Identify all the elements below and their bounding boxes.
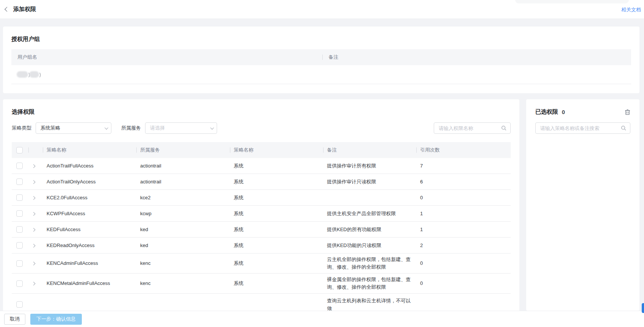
clear-selection-button[interactable] [625,109,630,115]
permission-search-input[interactable] [439,125,501,131]
row-checkbox-cell [12,208,28,219]
policy-ref-count: 0 [416,277,511,289]
policy-name: KEDReadOnlyAccess [43,239,136,252]
expand-chevron-icon[interactable] [32,244,36,247]
row-checkbox-cell [12,299,28,310]
floating-widget-sliver[interactable] [642,303,644,313]
redacted-user-group-name [29,71,39,78]
policy-service: actiontrail [136,176,230,188]
policy-remark: 云主机全部的操作权限，包括新建、查询、修改、操作的全部权限 [323,253,416,273]
expand-chevron-icon[interactable] [32,196,36,200]
topbar-ghost-shape [515,0,629,3]
user-group-section-title: 授权用户组 [11,36,631,43]
policy-table-body: ActionTrailFullAccess actiontrail 系统 提供操… [12,158,511,294]
policy-service: kenc [136,277,230,289]
service-placeholder: 请选择 [150,125,210,131]
policy-type: 系统 [230,257,323,269]
expand-cell [28,192,43,204]
policy-ref-count: 1 [416,208,511,220]
policy-remark: 提供操作审计所有权限 [323,160,416,172]
policy-type: 系统 [230,192,323,204]
policy-type: 系统 [230,239,323,252]
expand-chevron-icon[interactable] [32,262,36,266]
row-checkbox[interactable] [16,163,23,169]
expand-cell [28,176,43,188]
selected-panel-title: 已选权限 [535,108,558,116]
policy-service: kcwp [136,208,230,220]
select-all-cell [12,142,28,158]
table-row: KENCAdminFullAccess kenc 系统 云主机全部的操作权限，包… [12,253,511,274]
service-select[interactable]: 请选择 [145,122,217,134]
row-checkbox[interactable] [16,194,23,201]
trash-icon [625,109,630,115]
policy-ref-count: 0 [416,192,511,204]
selected-search-input[interactable] [540,125,621,131]
row-checkbox-cell [12,176,28,187]
policy-ref-count: 7 [416,160,511,172]
policy-name: KENCAdminFullAccess [43,257,136,269]
row-checkbox-cell [12,278,28,289]
expand-chevron-icon[interactable] [32,164,36,168]
table-row: KCWPFullAccess kcwp 系统 提供主机安全产品全部管理权限 1 [12,206,511,222]
policy-service: ked [136,224,230,236]
select-all-checkbox[interactable] [16,147,23,153]
table-row: KCE2.0FullAccess kce2 系统 0 [12,190,511,206]
policy-remark: 裸金属全部的操作权限，包括新建、查询、修改、操作的全部权限 [323,274,416,293]
row-checkbox[interactable] [16,226,23,233]
user-group-table-header: 用户组名 备注 [11,49,631,65]
selected-search [535,122,630,134]
row-checkbox[interactable] [16,242,23,249]
row-checkbox[interactable] [16,210,23,217]
policy-service: ked [136,239,230,252]
expand-cell [28,239,43,252]
filter-bar: 策略类型 系统策略 所属服务 请选择 [12,122,511,134]
top-bar: 添加权限 相关文档 [0,0,644,19]
policy-name: KCWPFullAccess [43,208,136,220]
related-docs-link[interactable]: 相关文档 [621,6,641,13]
column-policy-name: 策略名称 [43,142,136,158]
column-ref-count: 引用次数 [416,142,511,158]
policy-ref-count: 6 [416,176,511,188]
search-icon[interactable] [621,125,626,131]
row-checkbox[interactable] [16,301,23,308]
policy-type: 系统 [230,160,323,172]
row-checkbox[interactable] [16,178,23,185]
chevron-down-icon [210,126,214,130]
expand-cell [28,208,43,220]
policy-type-value: 系统策略 [41,125,105,131]
next-step-button[interactable]: 下一步：确认信息 [30,314,82,325]
table-row: KENCMetalAdminFullAccess kenc 系统 裸金属全部的操… [12,274,511,294]
expand-chevron-icon[interactable] [32,228,36,232]
policy-service: kce2 [136,192,230,204]
expand-chevron-icon[interactable] [32,180,36,184]
row-checkbox[interactable] [16,260,23,267]
selected-count: 0 [562,109,565,115]
table-row: KEDReadOnlyAccess ked 系统 提供KED功能的只读权限 2 [12,238,511,253]
back-button[interactable] [5,8,13,11]
row-checkbox-cell [12,240,28,251]
policy-remark [323,196,416,200]
expand-cell [28,277,43,289]
policy-type: 系统 [230,277,323,289]
cancel-button[interactable]: 取消 [4,314,25,325]
select-permission-title: 选择权限 [12,108,511,116]
expand-chevron-icon[interactable] [32,282,36,286]
page-title: 添加权限 [13,6,36,13]
expand-cell [28,257,43,269]
expand-chevron-icon[interactable] [32,212,36,216]
policy-table-header: 策略名称 所属服务 策略名称 备注 引用次数 [12,142,511,158]
policy-ref-count: 1 [416,224,511,236]
row-checkbox-cell [12,224,28,235]
column-remark: 备注 [323,142,416,158]
policy-remark: 提供KED功能的只读权限 [323,239,416,252]
expand-column-header [28,142,43,158]
policy-remark: 提供操作审计只读权限 [323,176,416,188]
search-icon[interactable] [501,125,506,131]
policy-name: KEDFullAccess [43,224,136,236]
user-group-card: 授权用户组 用户组名 备注 ) ) [3,27,639,93]
policy-name: ActionTrailOnlyAccess [43,176,136,188]
policy-name: ActionTrailFullAccess [43,160,136,172]
row-checkbox[interactable] [16,280,23,287]
policy-type-select[interactable]: 系统策略 [36,122,111,134]
policy-ref-count: 0 [416,257,511,269]
